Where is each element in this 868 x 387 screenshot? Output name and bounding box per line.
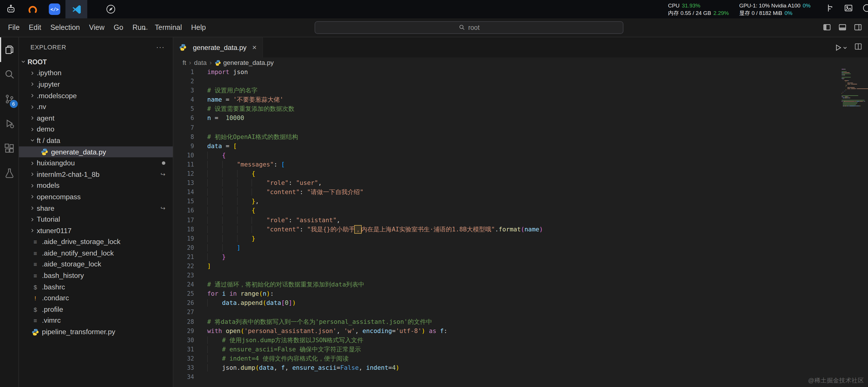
forward-arrow-icon[interactable]: →	[156, 24, 164, 32]
menu-item-view[interactable]: View	[84, 21, 109, 34]
toggle-sidebar-icon[interactable]	[823, 23, 831, 33]
split-editor-icon[interactable]	[854, 42, 862, 53]
code-server-icon[interactable]: </>	[43, 0, 65, 19]
code-line-12[interactable]: 12 {	[174, 169, 868, 179]
branch-tree-icon[interactable]	[826, 3, 835, 15]
run-debug-activity-icon[interactable]	[0, 111, 19, 136]
tree-item-profile[interactable]: $.profile	[19, 304, 173, 315]
tree-item-modelscope[interactable]: .modelscope	[19, 90, 173, 101]
code-line-27[interactable]: 27	[174, 308, 868, 317]
tree-item-bash-history[interactable]: ≡.bash_history	[19, 270, 173, 281]
code-line-25[interactable]: 25for i in range(n):	[174, 290, 868, 299]
tree-item-root[interactable]: ROOT	[19, 56, 173, 67]
vscode-app-icon[interactable]	[65, 0, 87, 19]
tree-item-aide-notify-send-lock[interactable]: ≡.aide_notify_send_lock	[19, 247, 173, 259]
code-line-4[interactable]: 4name = '不要姜葱蒜大佬'	[174, 96, 868, 105]
menu-item-go[interactable]: Go	[109, 21, 128, 34]
command-center-search[interactable]: root	[315, 21, 623, 34]
code-line-20[interactable]: 20 ]	[174, 243, 868, 252]
tab-generate-data[interactable]: generate_data.py ×	[174, 37, 263, 57]
tree-item-huixiangdou[interactable]: huixiangdou	[19, 158, 173, 169]
back-arrow-icon[interactable]: ←	[142, 24, 149, 32]
code-line-23[interactable]: 23	[174, 271, 868, 280]
tree-item-nv[interactable]: .nv	[19, 101, 173, 113]
code-line-3[interactable]: 3# 设置用户的名字	[174, 86, 868, 95]
tree-item-internlm2-chat-1-8b[interactable]: internlm2-chat-1_8b↪	[19, 169, 173, 180]
code-line-21[interactable]: 21 }	[174, 252, 868, 262]
robot-logo-icon[interactable]	[0, 0, 22, 19]
menu-item-help[interactable]: Help	[187, 21, 210, 34]
breadcrumb-item-ft[interactable]: ft	[183, 59, 186, 66]
tree-item-share[interactable]: share↪	[19, 202, 173, 214]
tree-item-xtuner0117[interactable]: xtuner0117	[19, 225, 173, 236]
menu-item-file[interactable]: File	[3, 21, 24, 34]
menu-item-edit[interactable]: Edit	[24, 21, 45, 34]
code-line-15[interactable]: 15 },	[174, 197, 868, 206]
compass-icon[interactable]	[100, 0, 122, 19]
code-line-16[interactable]: 16 {	[174, 206, 868, 216]
tree-item-agent[interactable]: agent	[19, 113, 173, 124]
tree-item-jupyter[interactable]: .jupyter	[19, 79, 173, 90]
image-gallery-icon[interactable]	[844, 3, 853, 15]
code-line-31[interactable]: 31 # ensure_ascii=False 确保中文字符正常显示	[174, 345, 868, 354]
code-line-11[interactable]: 11 "messages": [	[174, 160, 868, 169]
tree-item-aide-drive-storage-lock[interactable]: ≡.aide_drive_storage_lock	[19, 236, 173, 247]
tree-item-ipython[interactable]: .ipython	[19, 67, 173, 79]
code-line-28[interactable]: 28# 将data列表中的数据写入到一个名为'personal_assistan…	[174, 317, 868, 326]
search-activity-icon[interactable]	[0, 62, 19, 87]
extensions-activity-icon[interactable]	[0, 136, 19, 161]
run-python-button[interactable]	[834, 43, 847, 51]
tree-item-ft-data[interactable]: ft / data	[19, 135, 173, 146]
code-line-22[interactable]: 22]	[174, 262, 868, 271]
code-line-5[interactable]: 5# 设置需要重复添加的数据次数	[174, 105, 868, 114]
tree-item-tutorial[interactable]: Tutorial	[19, 214, 173, 225]
tree-item-demo[interactable]: demo	[19, 124, 173, 135]
cpu-label: CPU	[668, 2, 679, 9]
code-line-26[interactable]: 26 data.append(data[0])	[174, 299, 868, 308]
tab-bar: generate_data.py ×	[174, 37, 868, 57]
line-content: data.append(data[0])	[194, 299, 296, 308]
code-line-10[interactable]: 10 {	[174, 151, 868, 160]
code-line-8[interactable]: 8# 初始化OpenAI格式的数据结构	[174, 132, 868, 142]
customize-layout-icon[interactable]	[854, 23, 862, 33]
code-line-19[interactable]: 19 }	[174, 234, 868, 243]
minimap[interactable]	[840, 69, 868, 387]
code-line-6[interactable]: 6n = 10000	[174, 114, 868, 123]
breadcrumb-item-data[interactable]: data	[194, 59, 207, 66]
tree-item-pipeline-transformer-py[interactable]: pipeline_transformer.py	[19, 326, 173, 338]
code-line-14[interactable]: 14 "content": "请做一下自我介绍"	[174, 188, 868, 197]
tree-item-generate-data-py[interactable]: generate_data.py	[19, 146, 173, 158]
testing-activity-icon[interactable]	[0, 161, 19, 185]
tree-item-aide-storage-lock[interactable]: ≡.aide_storage_lock	[19, 259, 173, 270]
code-editor[interactable]: 1import json23# 设置用户的名字4name = '不要姜葱蒜大佬'…	[174, 68, 868, 387]
code-line-34[interactable]: 34	[174, 373, 868, 382]
source-control-activity-icon[interactable]: 6	[0, 87, 19, 111]
breadcrumb-item-file[interactable]: generate_data.py	[215, 59, 274, 66]
code-line-24[interactable]: 24# 通过循环，将初始化的对话数据重复添加到data列表中	[174, 280, 868, 289]
code-line-30[interactable]: 30 # 使用json.dump方法将数据以JSON格式写入文件	[174, 336, 868, 345]
code-line-32[interactable]: 32 # indent=4 使得文件内容格式化，便于阅读	[174, 354, 868, 363]
code-line-17[interactable]: 17 "role": "assistant",	[174, 216, 868, 225]
tree-item-models[interactable]: models	[19, 180, 173, 191]
explorer-activity-icon[interactable]	[0, 37, 19, 62]
toggle-panel-icon[interactable]	[838, 23, 847, 33]
code-line-9[interactable]: 9data = [	[174, 142, 868, 151]
tree-item-opencompass[interactable]: opencompass	[19, 191, 173, 202]
code-line-18[interactable]: 18 "content": "我是{}的小助手，内在是上海AI实验室书生·浦语的…	[174, 225, 868, 234]
code-line-1[interactable]: 1import json	[174, 68, 868, 77]
clipped-circle-icon[interactable]	[862, 3, 868, 15]
orange-arc-logo-icon[interactable]	[22, 0, 43, 19]
code-line-7[interactable]: 7	[174, 123, 868, 132]
tab-close-icon[interactable]: ×	[252, 43, 257, 52]
tree-item-condarc[interactable]: !.condarc	[19, 293, 173, 304]
menu-item-selection[interactable]: Selection	[45, 21, 84, 34]
tree-item-vimrc[interactable]: ≡.vimrc	[19, 315, 173, 326]
more-actions-icon[interactable]: ···	[156, 43, 165, 51]
tree-item-label: .jupyter	[37, 80, 60, 88]
code-line-29[interactable]: 29with open('personal_assistant.json', '…	[174, 326, 868, 336]
tree-item-bashrc[interactable]: $.bashrc	[19, 281, 173, 293]
gpu-label: GPU-1: 10% Nvidia A100	[739, 2, 800, 9]
code-line-33[interactable]: 33 json.dump(data, f, ensure_ascii=False…	[174, 363, 868, 373]
code-line-13[interactable]: 13 "role": "user",	[174, 179, 868, 188]
code-line-2[interactable]: 2	[174, 77, 868, 86]
